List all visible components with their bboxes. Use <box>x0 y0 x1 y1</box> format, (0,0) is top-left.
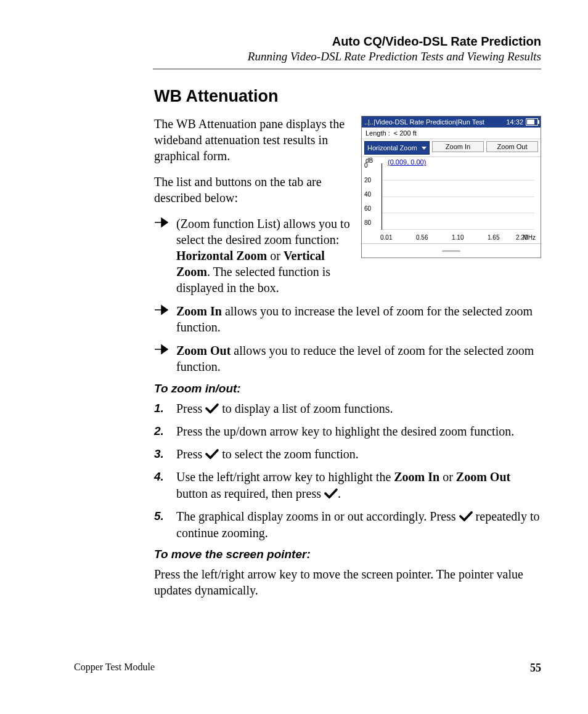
footer-doc-title: Copper Test Module <box>74 662 155 675</box>
x-tick: 0.01 <box>380 234 392 241</box>
plot-area <box>382 163 534 230</box>
intro-paragraph-2: The list and buttons on the tab are desc… <box>154 174 350 206</box>
content-area: The WB Attenuation pane displays the wid… <box>154 116 541 598</box>
page-number: 55 <box>530 662 541 675</box>
device-clock: 14:32 <box>506 118 523 126</box>
device-footer <box>362 243 541 258</box>
device-screenshot: ..|..|Video-DSL Rate Prediction|Run Test… <box>361 116 541 258</box>
bullet-arrow-icon <box>154 304 170 315</box>
chapter-subtitle: Running Video-DSL Rate Prediction Tests … <box>74 50 541 63</box>
procedure-heading-pointer: To move the screen pointer: <box>154 548 541 561</box>
bullet-zoom-out: Zoom Out allows you to reduce the level … <box>154 343 541 375</box>
page: Auto CQ/Video-DSL Rate Prediction Runnin… <box>0 0 588 714</box>
device-breadcrumb: ..|..|Video-DSL Rate Prediction|Run Test <box>364 118 484 126</box>
bullet-zoom-list: (Zoom function List) allows you to selec… <box>154 216 350 296</box>
y-tick: 0 <box>364 162 368 169</box>
y-tick: 40 <box>364 191 371 198</box>
zoom-steps: 1. Press to display a list of zoom funct… <box>154 400 541 542</box>
check-icon <box>205 403 219 414</box>
check-icon <box>459 511 473 522</box>
device-toolbar: Horizontal Zoom Zoom In Zoom Out <box>362 139 541 157</box>
device-length-row: Length : < 200 ft <box>362 128 541 139</box>
section-heading: WB Attenuation <box>154 87 541 106</box>
step-3: 3. Press to select the zoom function. <box>154 446 541 463</box>
step-1: 1. Press to display a list of zoom funct… <box>154 400 541 417</box>
step-5: 5. The graphical display zooms in or out… <box>154 508 541 542</box>
battery-icon <box>526 118 538 126</box>
length-label: Length : <box>365 129 390 137</box>
x-tick: 0.56 <box>416 234 428 241</box>
chapter-title: Auto CQ/Video-DSL Rate Prediction <box>74 34 541 49</box>
y-tick: 80 <box>364 219 371 226</box>
zoom-out-button[interactable]: Zoom Out <box>486 141 538 152</box>
length-value: < 200 ft <box>394 129 417 137</box>
y-tick: 20 <box>364 177 371 184</box>
x-axis-unit: MHz <box>523 234 536 241</box>
check-icon <box>324 488 338 499</box>
zoom-function-select[interactable]: Horizontal Zoom <box>364 141 430 155</box>
x-tick: 1.65 <box>488 234 499 241</box>
intro-paragraph-1: The WB Attenuation pane displays the wid… <box>154 116 350 164</box>
header-rule <box>153 68 541 70</box>
page-footer: Copper Test Module 55 <box>74 662 541 675</box>
pointer-paragraph: Press the left/right arrow key to move t… <box>154 566 541 598</box>
zoom-in-button[interactable]: Zoom In <box>432 141 484 152</box>
procedure-heading-zoom: To zoom in/out: <box>154 382 541 396</box>
y-tick: 60 <box>364 205 371 212</box>
step-2: 2. Press the up/down arrow key to highli… <box>154 423 541 440</box>
device-titlebar: ..|..|Video-DSL Rate Prediction|Run Test… <box>362 116 541 128</box>
check-icon <box>205 448 219 460</box>
step-4: 4. Use the left/right arrow key to highl… <box>154 469 541 502</box>
bullet-arrow-icon <box>154 217 170 228</box>
bullet-zoom-in: Zoom In allows you to increase the level… <box>154 303 541 335</box>
x-tick: 1.10 <box>452 234 463 241</box>
attenuation-chart: dB (0.009, 0.00) 0 20 40 60 80 0.01 0.56 <box>362 157 541 243</box>
page-header: Auto CQ/Video-DSL Rate Prediction Runnin… <box>74 34 541 70</box>
bullet-arrow-icon <box>154 344 170 355</box>
chevron-down-icon <box>422 147 427 150</box>
